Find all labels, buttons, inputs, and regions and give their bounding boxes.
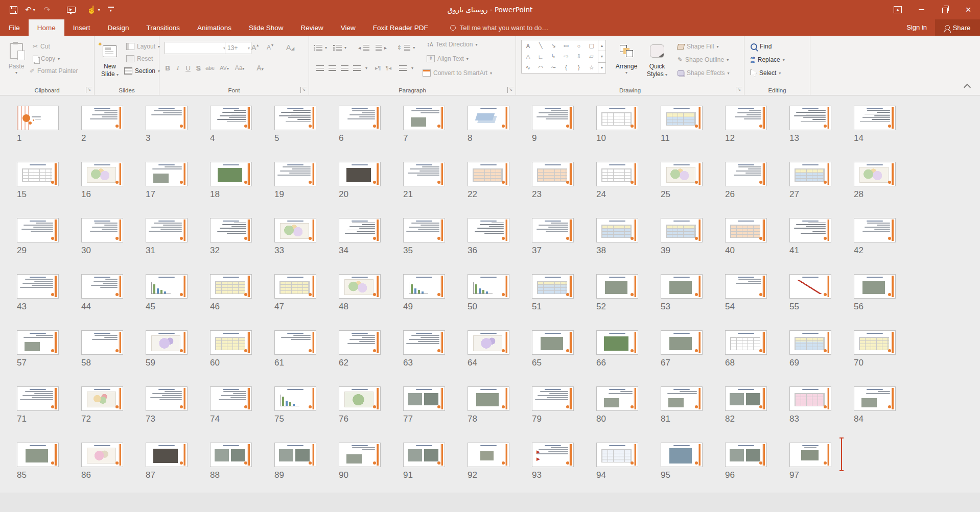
slide-thumbnail-94[interactable] — [596, 443, 638, 467]
slide-thumbnail-32[interactable] — [210, 218, 252, 242]
bullets-button[interactable]: ▾ — [316, 42, 327, 53]
tab-animations[interactable]: Animations — [189, 19, 240, 36]
font-name-combo[interactable]: ▾ — [165, 42, 227, 54]
right-to-left-button[interactable]: ¶◂ — [385, 65, 391, 71]
grow-font-button[interactable]: A▴ — [251, 42, 259, 53]
slide-thumbnail-68[interactable] — [725, 330, 767, 355]
drawing-dialog-launcher[interactable]: ↘ — [736, 87, 742, 93]
slide-thumbnail-21[interactable] — [403, 162, 445, 186]
slide-thumbnail-22[interactable] — [468, 162, 509, 186]
slide-thumbnail-20[interactable] — [339, 162, 381, 186]
slide-thumbnail-49[interactable] — [403, 274, 445, 299]
slide-thumbnail-15[interactable] — [17, 162, 59, 186]
slide-thumbnail-86[interactable] — [81, 443, 123, 467]
slide-thumbnail-70[interactable] — [854, 330, 896, 355]
align-right-icon[interactable] — [341, 65, 348, 71]
slide-thumbnail-40[interactable] — [725, 218, 767, 242]
slide-thumbnail-61[interactable] — [274, 330, 316, 355]
tell-me-box[interactable]: Tell me what you want to do… — [450, 19, 548, 36]
quick-styles-button[interactable]: QuickStyles ▾ — [643, 39, 671, 86]
slide-thumbnail-89[interactable] — [274, 443, 316, 467]
slide-thumbnail-4[interactable] — [210, 106, 252, 130]
collapse-ribbon-icon[interactable] — [964, 84, 971, 91]
restore-icon[interactable] — [933, 0, 956, 19]
slide-thumbnail-13[interactable] — [789, 106, 831, 130]
curve-shape-icon[interactable]: 〜 — [551, 64, 556, 71]
tab-insert[interactable]: Insert — [64, 19, 99, 36]
text-shadow-button[interactable]: S — [193, 64, 203, 72]
right-brace-shape-icon[interactable]: } — [578, 64, 580, 70]
slide-thumbnail-7[interactable] — [403, 106, 445, 130]
clear-formatting-button[interactable]: A◢ — [286, 42, 294, 53]
slide-thumbnail-96[interactable] — [725, 443, 767, 467]
sign-in-link[interactable]: Sign in — [906, 19, 927, 36]
slide-thumbnail-76[interactable] — [339, 386, 381, 411]
format-painter-button[interactable]: ✐Format Painter — [30, 65, 78, 77]
slide-thumbnail-12[interactable] — [725, 106, 767, 130]
slide-thumbnail-88[interactable] — [210, 443, 252, 467]
slide-thumbnail-23[interactable] — [532, 162, 574, 186]
justify-icon[interactable] — [353, 65, 361, 71]
slide-thumbnail-48[interactable] — [339, 274, 381, 299]
slide-thumbnail-66[interactable] — [596, 330, 638, 355]
slide-thumbnail-24[interactable] — [596, 162, 638, 186]
scribble-shape-icon[interactable]: ∿ — [526, 64, 530, 71]
arc-shape-icon[interactable]: ◠ — [538, 64, 543, 71]
select-button[interactable]: Select▾ — [751, 67, 781, 79]
shape-outline-button[interactable]: ✎Shape Outline▾ — [678, 54, 729, 65]
shrink-font-button[interactable]: A▾ — [267, 42, 273, 53]
align-left-icon[interactable] — [316, 65, 324, 71]
slide-thumbnail-65[interactable] — [532, 330, 574, 355]
change-case-button[interactable]: Aa▾ — [232, 64, 247, 71]
shape-effects-button[interactable]: Shape Effects▾ — [678, 67, 730, 79]
slide-thumbnail-16[interactable] — [81, 162, 123, 186]
slide-thumbnail-67[interactable] — [661, 330, 703, 355]
share-button[interactable]: Share — [935, 19, 980, 36]
slide-thumbnail-87[interactable] — [146, 443, 188, 467]
slide-thumbnail-95[interactable] — [661, 443, 703, 467]
find-button[interactable]: Find — [751, 41, 772, 52]
slide-thumbnail-54[interactable] — [725, 274, 767, 299]
slide-thumbnail-52[interactable] — [596, 274, 638, 299]
line-shape-icon[interactable]: ╲ — [539, 42, 543, 49]
replace-button[interactable]: abacReplace▾ — [751, 54, 785, 65]
slide-thumbnail-53[interactable] — [661, 274, 703, 299]
slide-thumbnail-55[interactable] — [789, 274, 831, 299]
slide-thumbnail-3[interactable] — [146, 106, 188, 130]
tab-review[interactable]: Review — [292, 19, 332, 36]
slide-thumbnail-92[interactable] — [468, 443, 509, 467]
slide-thumbnail-72[interactable] — [81, 386, 123, 411]
slide-thumbnail-58[interactable] — [81, 330, 123, 355]
down-arrow-shape-icon[interactable]: ⇩ — [576, 53, 581, 60]
strikethrough-button[interactable]: abc — [203, 65, 217, 71]
slide-thumbnail-84[interactable] — [854, 386, 896, 411]
slide-thumbnail-46[interactable] — [210, 274, 252, 299]
text-direction-button[interactable]: ↕AText Direction▾ — [427, 39, 477, 50]
slide-thumbnail-78[interactable] — [468, 386, 509, 411]
slide-thumbnail-27[interactable] — [789, 162, 831, 186]
increase-indent-button[interactable]: ▸ — [376, 42, 387, 53]
slide-thumbnail-91[interactable] — [403, 443, 445, 467]
slide-thumbnail-41[interactable] — [789, 218, 831, 242]
slide-thumbnail-50[interactable] — [468, 274, 509, 299]
cut-button[interactable]: ✂Cut — [33, 41, 50, 52]
tab-view[interactable]: View — [332, 19, 364, 36]
close-icon[interactable]: × — [956, 0, 980, 19]
slide-thumbnail-28[interactable] — [854, 162, 896, 186]
slide-thumbnail-19[interactable] — [274, 162, 316, 186]
left-brace-shape-icon[interactable]: { — [565, 64, 567, 70]
paragraph-dialog-launcher[interactable]: ↘ — [507, 87, 514, 93]
slide-thumbnail-51[interactable] — [532, 274, 574, 299]
slide-thumbnail-83[interactable] — [789, 386, 831, 411]
slide-thumbnail-17[interactable] — [146, 162, 188, 186]
shape-fill-button[interactable]: Shape Fill▾ — [678, 41, 718, 52]
font-size-combo[interactable]: 13+▾ — [225, 42, 251, 54]
slide-thumbnail-26[interactable] — [725, 162, 767, 186]
left-to-right-button[interactable]: ▸¶ — [375, 65, 381, 71]
slide-thumbnail-45[interactable] — [146, 274, 188, 299]
slide-thumbnail-69[interactable] — [789, 330, 831, 355]
new-slide-button[interactable]: ✦ NewSlide ▾ — [97, 39, 123, 86]
line-spacing-button[interactable]: ⇕▾ — [397, 42, 415, 53]
slide-thumbnail-33[interactable] — [274, 218, 316, 242]
slide-thumbnail-90[interactable] — [339, 443, 381, 467]
